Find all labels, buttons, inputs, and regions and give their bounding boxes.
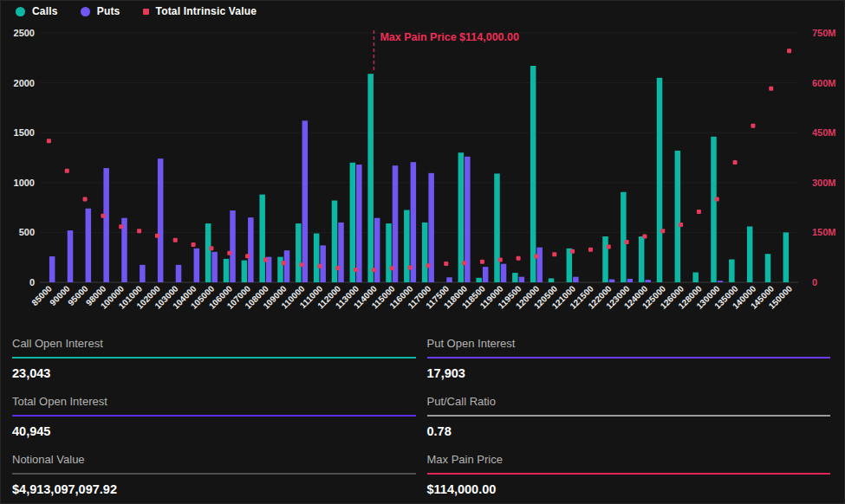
calls-bar[interactable] xyxy=(512,273,518,282)
puts-bar[interactable] xyxy=(158,158,164,282)
intrinsic-value-dot[interactable] xyxy=(787,48,791,53)
intrinsic-value-dot[interactable] xyxy=(444,262,448,266)
intrinsic-value-dot[interactable] xyxy=(209,246,213,250)
intrinsic-value-dot[interactable] xyxy=(335,266,340,270)
calls-bar[interactable] xyxy=(675,151,681,282)
puts-bar[interactable] xyxy=(356,165,362,282)
stat-max-pain-price: Max Pain Price $114,000.00 xyxy=(427,453,831,497)
calls-bar[interactable] xyxy=(639,236,645,282)
puts-bar[interactable] xyxy=(718,281,724,282)
calls-bar[interactable] xyxy=(621,192,627,282)
puts-bar[interactable] xyxy=(49,256,55,282)
puts-bar[interactable] xyxy=(86,209,92,282)
intrinsic-value-dot[interactable] xyxy=(390,266,394,270)
calls-bar[interactable] xyxy=(404,210,410,282)
intrinsic-value-dot[interactable] xyxy=(751,124,755,128)
puts-bar[interactable] xyxy=(393,165,399,282)
intrinsic-value-dot[interactable] xyxy=(317,264,322,268)
intrinsic-value-dot[interactable] xyxy=(697,210,701,214)
intrinsic-value-dot[interactable] xyxy=(570,249,575,254)
puts-bar[interactable] xyxy=(211,252,218,282)
calls-bar[interactable] xyxy=(422,223,428,282)
intrinsic-value-dot[interactable] xyxy=(192,242,196,247)
puts-bar[interactable] xyxy=(483,267,489,282)
intrinsic-value-dot[interactable] xyxy=(534,255,538,259)
intrinsic-value-dot[interactable] xyxy=(625,240,629,244)
calls-bar[interactable] xyxy=(602,236,608,282)
calls-bar[interactable] xyxy=(350,163,356,282)
puts-bar[interactable] xyxy=(573,277,579,282)
puts-bar[interactable] xyxy=(176,265,182,282)
intrinsic-value-dot[interactable] xyxy=(642,235,647,239)
puts-bar[interactable] xyxy=(338,223,344,282)
intrinsic-value-dot[interactable] xyxy=(354,268,358,272)
puts-bar[interactable] xyxy=(284,250,290,282)
calls-bar[interactable] xyxy=(367,74,374,282)
intrinsic-value-dot[interactable] xyxy=(480,260,484,264)
intrinsic-value-dot[interactable] xyxy=(552,252,556,256)
intrinsic-value-dot[interactable] xyxy=(101,214,105,218)
calls-bar[interactable] xyxy=(259,195,265,282)
intrinsic-value-dot[interactable] xyxy=(679,223,683,227)
calls-bar[interactable] xyxy=(494,173,500,282)
puts-bar[interactable] xyxy=(609,280,615,282)
intrinsic-value-dot[interactable] xyxy=(282,261,286,265)
puts-bar[interactable] xyxy=(411,162,417,282)
calls-bar[interactable] xyxy=(224,259,230,282)
puts-bar[interactable] xyxy=(446,277,452,282)
calls-bar[interactable] xyxy=(765,254,771,282)
intrinsic-value-dot[interactable] xyxy=(245,254,250,258)
calls-bar[interactable] xyxy=(530,66,536,282)
intrinsic-value-dot[interactable] xyxy=(498,257,503,262)
puts-bar[interactable] xyxy=(194,249,200,282)
intrinsic-value-dot[interactable] xyxy=(769,87,773,91)
intrinsic-value-dot[interactable] xyxy=(426,263,430,268)
intrinsic-value-dot[interactable] xyxy=(715,197,719,202)
intrinsic-value-dot[interactable] xyxy=(47,139,51,143)
intrinsic-value-dot[interactable] xyxy=(83,197,88,202)
puts-bar[interactable] xyxy=(302,120,309,282)
puts-bar[interactable] xyxy=(248,217,254,282)
calls-bar[interactable] xyxy=(711,137,717,282)
calls-bar[interactable] xyxy=(476,278,482,282)
calls-bar[interactable] xyxy=(747,226,753,282)
puts-bar[interactable] xyxy=(536,248,543,282)
calls-bar[interactable] xyxy=(296,223,302,282)
calls-bar[interactable] xyxy=(692,272,699,282)
intrinsic-value-dot[interactable] xyxy=(517,256,521,261)
intrinsic-value-dot[interactable] xyxy=(607,244,611,249)
calls-bar[interactable] xyxy=(549,278,555,282)
puts-bar[interactable] xyxy=(103,168,109,282)
intrinsic-value-dot[interactable] xyxy=(65,169,69,173)
puts-bar[interactable] xyxy=(68,230,74,282)
options-open-interest-dashboard: { "legend": { "calls_label": "Calls", "p… xyxy=(0,0,845,504)
calls-bar[interactable] xyxy=(205,223,211,282)
puts-bar[interactable] xyxy=(501,264,507,282)
calls-bar[interactable] xyxy=(783,232,790,282)
intrinsic-value-dot[interactable] xyxy=(733,160,738,165)
calls-bar[interactable] xyxy=(277,257,283,282)
intrinsic-value-dot[interactable] xyxy=(119,224,123,229)
intrinsic-value-dot[interactable] xyxy=(155,234,159,238)
intrinsic-value-dot[interactable] xyxy=(372,268,376,272)
intrinsic-value-dot[interactable] xyxy=(173,238,178,242)
calls-bar[interactable] xyxy=(657,78,663,282)
calls-bar[interactable] xyxy=(314,234,320,282)
puts-bar[interactable] xyxy=(140,265,146,282)
intrinsic-value-dot[interactable] xyxy=(137,229,141,233)
puts-bar[interactable] xyxy=(374,218,380,282)
intrinsic-value-dot[interactable] xyxy=(263,257,268,262)
puts-bar[interactable] xyxy=(230,210,236,282)
calls-bar[interactable] xyxy=(386,223,392,282)
intrinsic-value-dot[interactable] xyxy=(462,261,466,265)
intrinsic-value-dot[interactable] xyxy=(408,266,413,270)
puts-bar[interactable] xyxy=(645,280,651,282)
intrinsic-value-dot[interactable] xyxy=(588,248,593,252)
intrinsic-value-dot[interactable] xyxy=(227,251,231,255)
calls-bar[interactable] xyxy=(242,261,248,282)
intrinsic-value-dot[interactable] xyxy=(660,229,665,233)
puts-bar[interactable] xyxy=(519,277,525,282)
calls-bar[interactable] xyxy=(729,260,735,282)
puts-bar[interactable] xyxy=(627,279,634,282)
intrinsic-value-dot[interactable] xyxy=(300,262,304,267)
